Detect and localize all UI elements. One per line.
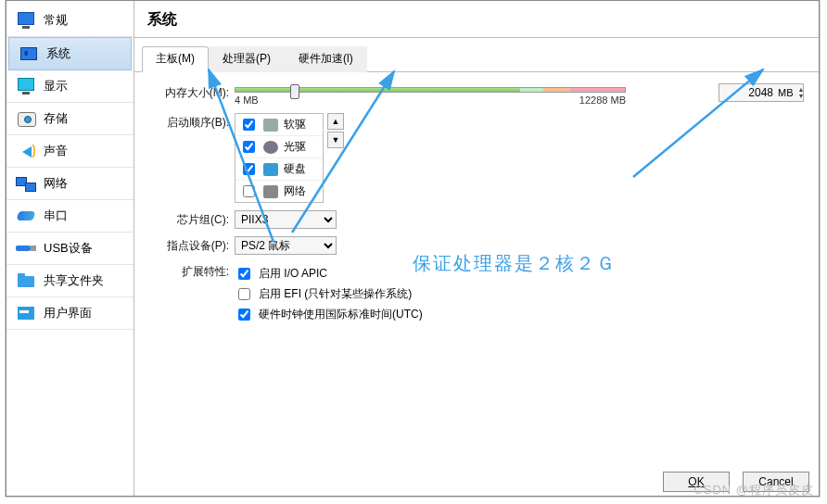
boot-item-label: 软驱	[284, 117, 306, 132]
ext-text: 启用 I/O APIC	[259, 266, 327, 282]
main-panel: 系统 主板(M) 处理器(P) 硬件加速(l) 内存大小(M): 4 M	[134, 1, 819, 496]
usb-icon	[16, 240, 36, 257]
sidebar-label: 常规	[44, 12, 68, 29]
boot-item-label: 硬盘	[284, 161, 306, 177]
floppy-icon	[263, 119, 278, 132]
spinner-arrows-icon[interactable]: ▲▼	[796, 86, 807, 99]
boot-item-label: 网络	[284, 183, 306, 199]
tab-motherboard[interactable]: 主板(M)	[142, 46, 209, 72]
sidebar-label: 用户界面	[44, 305, 92, 321]
serial-icon	[16, 208, 36, 224]
display-icon	[16, 78, 36, 94]
slider-thumb-icon[interactable]	[290, 84, 299, 99]
sidebar-label: 共享文件夹	[44, 272, 104, 289]
sidebar-label: 串口	[44, 208, 68, 224]
sidebar-item-shared[interactable]: 共享文件夹	[6, 265, 134, 297]
network-icon	[16, 175, 36, 192]
chipset-label: 芯片组(C):	[149, 210, 235, 228]
sidebar-label: 声音	[44, 143, 68, 159]
ext-text: 硬件时钟使用国际标准时间(UTC)	[259, 307, 423, 322]
boot-item-floppy[interactable]: 软驱	[235, 114, 323, 136]
pointing-row: 指点设备(P): PS/2 鼠标	[149, 236, 804, 255]
memory-slider[interactable]	[235, 87, 626, 93]
chip-icon	[19, 45, 39, 62]
boot-item-label: 光驱	[284, 139, 306, 155]
sidebar: 常规 系统 显示 存储 声音 网络 串口 USB设备 共享文件夹 用户界面	[6, 1, 134, 496]
sidebar-item-general[interactable]: 常规	[6, 5, 134, 37]
tab-processor[interactable]: 处理器(P)	[209, 46, 285, 72]
chipset-row: 芯片组(C): PIIX3	[149, 210, 804, 229]
boot-item-hdd[interactable]: 硬盘	[235, 158, 323, 181]
ext-efi[interactable]: 启用 EFI (只针对某些操作系统)	[235, 285, 804, 303]
move-up-button[interactable]: ▲	[327, 113, 344, 130]
memory-input[interactable]	[719, 84, 775, 101]
ext-check[interactable]	[238, 309, 250, 321]
boot-item-optical[interactable]: 光驱	[235, 136, 323, 158]
boot-reorder: ▲ ▼	[327, 113, 344, 203]
tab-acceleration[interactable]: 硬件加速(l)	[285, 46, 367, 72]
boot-check[interactable]	[243, 185, 255, 197]
sidebar-label: 网络	[44, 175, 68, 192]
pointing-label: 指点设备(P):	[149, 236, 235, 254]
memory-min: 4 MB	[235, 94, 259, 106]
sidebar-label: 系统	[46, 45, 70, 62]
tab-bar: 主板(M) 处理器(P) 硬件加速(l)	[134, 38, 819, 72]
disk-icon	[16, 110, 36, 127]
sidebar-label: USB设备	[44, 240, 93, 257]
boot-row: 启动顺序(B): 软驱 光驱 硬盘 网络 ▲ ▼	[149, 113, 804, 203]
sidebar-item-system[interactable]: 系统	[8, 37, 132, 70]
ext-label: 扩展特性:	[149, 262, 235, 280]
ext-row: 扩展特性: 启用 I/O APIC 启用 EFI (只针对某些操作系统) 硬件时…	[149, 262, 804, 326]
boot-check[interactable]	[243, 141, 255, 153]
ext-ioapic[interactable]: 启用 I/O APIC	[235, 265, 804, 283]
netboot-icon	[263, 185, 278, 198]
sidebar-item-storage[interactable]: 存储	[6, 103, 134, 135]
boot-label: 启动顺序(B):	[149, 113, 235, 131]
tab-content: 内存大小(M): 4 MB 12288 MB MB	[134, 72, 819, 345]
sidebar-item-audio[interactable]: 声音	[6, 135, 134, 168]
sidebar-item-serial[interactable]: 串口	[6, 200, 134, 233]
memory-row: 内存大小(M): 4 MB 12288 MB MB	[149, 83, 804, 106]
sidebar-item-ui[interactable]: 用户界面	[6, 297, 134, 330]
sidebar-label: 存储	[44, 110, 68, 127]
ui-icon	[16, 305, 36, 321]
folder-icon	[16, 272, 36, 289]
page-title: 系统	[134, 1, 819, 38]
memory-max: 12288 MB	[579, 94, 626, 106]
ext-check[interactable]	[238, 268, 250, 280]
sidebar-item-usb[interactable]: USB设备	[6, 233, 134, 265]
memory-spinner[interactable]: MB ▲▼	[719, 83, 804, 102]
boot-item-net[interactable]: 网络	[235, 181, 323, 202]
sidebar-item-display[interactable]: 显示	[6, 70, 134, 103]
ext-utc[interactable]: 硬件时钟使用国际标准时间(UTC)	[235, 306, 804, 323]
boot-order-list[interactable]: 软驱 光驱 硬盘 网络	[235, 113, 324, 203]
boot-check[interactable]	[243, 163, 255, 175]
ext-check[interactable]	[238, 288, 250, 300]
sidebar-label: 显示	[44, 78, 68, 94]
optical-icon	[263, 141, 278, 154]
monitor-icon	[16, 12, 36, 29]
pointing-select[interactable]: PS/2 鼠标	[235, 236, 337, 255]
sound-icon	[16, 143, 36, 159]
move-down-button[interactable]: ▼	[327, 132, 344, 148]
ext-text: 启用 EFI (只针对某些操作系统)	[259, 286, 412, 302]
sidebar-item-network[interactable]: 网络	[6, 168, 134, 200]
watermark: CSDN @程序员皮皮	[693, 482, 814, 498]
memory-label: 内存大小(M):	[149, 83, 235, 101]
settings-dialog: 常规 系统 显示 存储 声音 网络 串口 USB设备 共享文件夹 用户界面 系统…	[6, 0, 820, 497]
boot-check[interactable]	[243, 119, 255, 131]
memory-unit: MB	[775, 87, 796, 98]
chipset-select[interactable]: PIIX3	[235, 210, 337, 229]
hdd-icon	[263, 163, 278, 176]
